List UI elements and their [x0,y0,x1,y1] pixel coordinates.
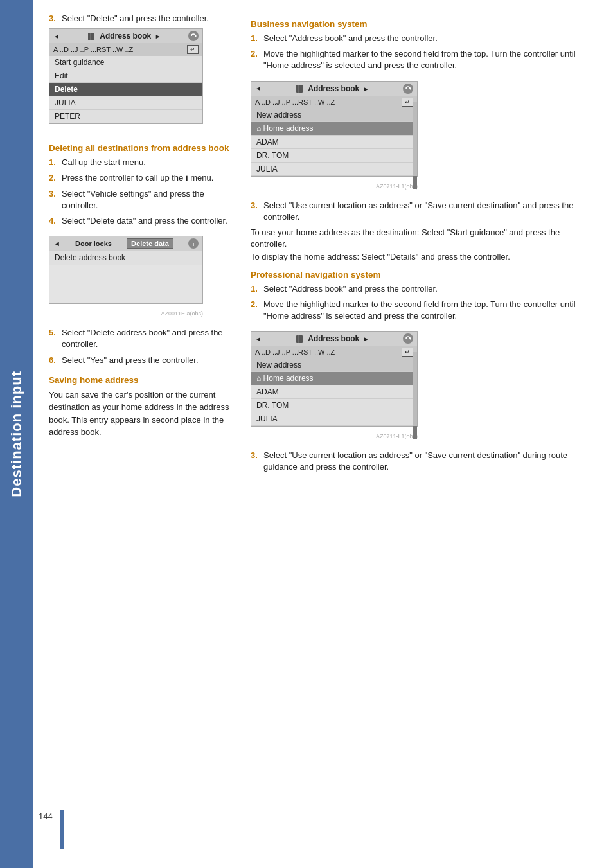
ref-r1: AZ0711-L1(obs) [251,183,418,190]
r2-home-address[interactable]: ⌂ Home address [251,372,417,385]
r1-adam[interactable]: ADAM [251,136,417,149]
address-book-widget-right-2: ◄ Address book ► [251,331,418,439]
left-column: 3. Select "Delete" and press the control… [49,13,235,477]
right-pro-step-3: 3. Select "Use current location as addre… [251,450,598,473]
intro-step: 3. Select "Delete" and press the control… [49,13,235,24]
r-widget1-title-bar: ◄ Address book ► [251,82,417,96]
page-number: 144 [33,810,58,822]
corner-icon-r1 [403,84,413,94]
info-icon: i [188,238,199,249]
title-left-arrow: ◄ [53,33,60,40]
title-right-arrow: ► [155,33,161,40]
info-circle-icon: i [189,239,198,248]
r1-new-address[interactable]: New address [251,109,417,122]
para-home-dest: To use your home address as the destinat… [251,227,598,250]
r1-alpha-row: A ..D ..J ..P ...RST ..W ..Z ↵ [251,96,417,109]
delete-widget-title-bar: ◄ Door locks Delete data i [49,236,202,251]
section-heading-save-home: Saving home address [49,375,235,385]
para-display-home: To display the home address: Select "Det… [251,251,598,263]
corner-icon-r2 [403,333,413,344]
svg-text:i: i [193,241,195,247]
alpha-text: A ..D ..J ..P ...RST ..W ..Z [53,46,133,53]
menu-item-julia[interactable]: JULIA [49,96,202,110]
widget1-title-text: Address book [100,31,151,40]
r2-new-address[interactable]: New address [251,359,417,372]
right-step-1: 1. Select "Address book" and press the c… [251,33,598,44]
book-icon [87,33,96,40]
scrollbar-r2 [413,352,417,439]
section-heading-business: Business navigation system [251,19,598,29]
widget1-title-bar: ◄ Address book ► [49,29,202,43]
book-icon-r1 [295,85,304,93]
right-step-2: 2. Move the highlighted marker to the se… [251,48,598,71]
r2-adam[interactable]: ADAM [251,385,417,399]
section-heading-delete: Deleting all destinations from address b… [49,143,235,153]
right-column: Business navigation system 1. Select "Ad… [251,13,598,477]
alpha-row: A ..D ..J ..P ...RST ..W ..Z ↵ [49,43,202,56]
empty-space [49,265,202,303]
step-5: 5. Select "Delete address book" and pres… [49,327,235,350]
sidebar-label: Destination input [0,0,33,868]
delete-address-book-item[interactable]: Delete address book [49,251,202,265]
delete-data-button[interactable]: Delete data [127,238,173,249]
step-number: 3. [49,13,59,24]
svg-rect-6 [296,85,303,93]
r2-julia[interactable]: JULIA [251,412,417,426]
r1-julia[interactable]: JULIA [251,163,417,176]
svg-rect-10 [296,335,303,343]
step-6: 6. Select "Yes" and press the controller… [49,355,235,366]
scrollbar-thumb-r1 [413,176,417,189]
screenshot-ref: AZ0011E a(obs) [49,310,203,317]
door-locks-label: Door locks [75,240,112,247]
corner-icon [188,31,199,41]
ref-r2: AZ0711-L1(obs) [251,433,418,439]
r1-enter-icon: ↵ [402,98,413,107]
step-1: 1. Call up the start menu. [49,157,235,168]
step-4: 4. Select "Delete data" and press the co… [49,215,235,227]
step-3: 3. Select "Vehicle settings" and press t… [49,188,235,211]
scrollbar-thumb-r2 [413,426,417,439]
r2-dr-tom[interactable]: DR. TOM [251,399,417,412]
address-book-widget-right-1: ◄ Address book ► [251,81,418,190]
section-heading-professional: Professional navigation system [251,270,598,279]
page-bar [60,810,64,849]
menu-item-edit[interactable]: Edit [49,69,202,83]
r-widget2-title-bar: ◄ Address book ► [251,332,417,346]
svg-rect-0 [88,33,94,40]
scrollbar-r1 [413,102,417,189]
menu-item-peter[interactable]: PETER [49,110,202,123]
right-step-3: 3. Select "Use current location as addre… [251,200,598,223]
r2-alpha-row: A ..D ..J ..P ...RST ..W ..Z ↵ [251,346,417,359]
door-locks-arrow: ◄ [53,240,60,247]
book-icon-r2 [295,335,304,343]
refresh-icon [189,31,198,40]
menu-item-start-guidance[interactable]: Start guidance [49,56,202,69]
right-pro-step-1: 1. Select "Address book" and press the c… [251,283,598,295]
r2-enter-icon: ↵ [402,348,413,357]
r1-dr-tom[interactable]: DR. TOM [251,149,417,163]
title-content: Address book ► [87,31,161,40]
address-book-widget-1: ◄ Address book ► [49,28,203,130]
step-text: Select "Delete" and press the controller… [62,13,209,24]
right-pro-step-2: 2. Move the highlighted marker to the se… [251,299,598,322]
delete-data-widget: ◄ Door locks Delete data i Delete addres… [49,236,203,317]
enter-icon: ↵ [187,45,199,54]
page-number-area: 144 [33,810,64,849]
step-2: 2. Press the controller to call up the i… [49,172,235,184]
menu-item-delete[interactable]: Delete [49,83,202,96]
save-home-body: You can save the car's position or the c… [49,389,235,439]
r1-home-address[interactable]: ⌂ Home address [251,122,417,136]
